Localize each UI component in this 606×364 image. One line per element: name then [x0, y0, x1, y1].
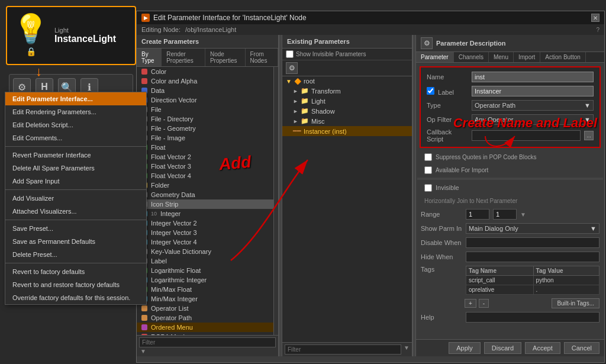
- tag-name-1: script_call: [466, 276, 534, 285]
- tree-item-light[interactable]: ► 📁 Light: [282, 96, 412, 106]
- callback-browse-button[interactable]: ...: [584, 131, 594, 140]
- tab-import[interactable]: Import: [514, 52, 540, 62]
- param-item-file[interactable]: File: [137, 105, 273, 114]
- create-params-header: Create Parameters: [137, 35, 278, 49]
- param-item-color-alpha[interactable]: Color and Alpha: [137, 76, 273, 86]
- menu-item-add-viz[interactable]: Add Visualizer: [5, 192, 146, 205]
- menu-item-delete-spare[interactable]: Delete All Spare Parameters: [5, 162, 146, 175]
- menu-item-save-permanent[interactable]: Save as Permanent Defaults: [5, 235, 146, 248]
- tab-from-nodes[interactable]: From Nodes: [246, 49, 279, 66]
- tab-channels[interactable]: Channels: [454, 52, 489, 62]
- tag-value-1: python: [533, 276, 599, 285]
- param-item-minmax-float[interactable]: Min/Max Float: [137, 285, 273, 294]
- tags-add-button[interactable]: +: [465, 299, 476, 308]
- menu-item-revert-factory[interactable]: Revert to factory defaults: [5, 265, 146, 278]
- tags-remove-button[interactable]: -: [479, 299, 489, 308]
- param-item-int-vec3[interactable]: Integer Vector 3: [137, 228, 273, 237]
- tab-action-button[interactable]: Action Button: [540, 52, 585, 62]
- name-input[interactable]: [472, 72, 594, 82]
- menu-item-edit-comments[interactable]: Edit Comments...: [5, 131, 146, 144]
- label-input[interactable]: [472, 86, 594, 96]
- existing-gear-button[interactable]: ⚙: [286, 62, 298, 74]
- param-item-kv-dict[interactable]: Key-Value Dictionary: [137, 247, 273, 256]
- param-item-color[interactable]: Color: [137, 67, 273, 76]
- existing-filter-input[interactable]: [285, 344, 401, 355]
- menu-item-edit-render[interactable]: Edit Rendering Parameters...: [5, 105, 146, 118]
- help-icon[interactable]: ?: [596, 27, 599, 33]
- menu-item-revert[interactable]: Revert Parameter Interface: [5, 149, 146, 162]
- accept-button[interactable]: Accept: [525, 342, 560, 354]
- disable-when-input[interactable]: [466, 237, 599, 248]
- tree-item-misc[interactable]: ► 📁 Misc: [282, 116, 412, 126]
- desc-header: ⚙ Parameter Description: [416, 35, 604, 52]
- param-item-ordered-menu[interactable]: Ordered Menu: [137, 323, 273, 332]
- param-item-float-vec3[interactable]: Float Vector 3: [137, 162, 273, 171]
- param-item-integer[interactable]: 10Integer: [137, 209, 273, 218]
- param-item-float-vec2[interactable]: Float Vector 2: [137, 152, 273, 162]
- built-in-tags-button[interactable]: Built-in Tags...: [552, 298, 599, 308]
- existing-filter-dropdown[interactable]: ▼: [404, 344, 410, 355]
- invisible-checkbox[interactable]: [424, 184, 432, 192]
- param-item-file-image[interactable]: File - Image: [137, 133, 273, 143]
- type-field-row: Type Operator Path ▼: [423, 98, 597, 112]
- menu-item-add-spare[interactable]: Add Spare Input: [5, 175, 146, 188]
- type-dropdown-icon: ▼: [584, 102, 591, 109]
- type-select[interactable]: Operator Path ▼: [472, 100, 594, 111]
- param-item-direction-vector[interactable]: Direction Vector: [137, 95, 273, 105]
- tab-menu[interactable]: Menu: [489, 52, 514, 62]
- tree-item-shadow[interactable]: ► 📁 Shadow: [282, 106, 412, 116]
- apply-button[interactable]: Apply: [449, 342, 481, 354]
- range-row: Range ▼: [417, 207, 603, 221]
- range-dropdown[interactable]: ▼: [520, 211, 526, 218]
- suppress-quotes-checkbox[interactable]: [424, 153, 432, 161]
- param-item-icon-strip[interactable]: Icon Strip: [137, 199, 273, 209]
- show-parm-select[interactable]: Main Dialog Only ▼: [466, 223, 599, 234]
- tree-item-transform[interactable]: ► 📁 Transform: [282, 86, 412, 96]
- label-checkbox[interactable]: [427, 87, 434, 95]
- section-divider-1: [417, 178, 603, 180]
- available-import-checkbox[interactable]: [424, 166, 432, 174]
- menu-item-attached-viz[interactable]: Attached Visualizers...: [5, 205, 146, 218]
- tab-node-props[interactable]: Node Properties: [205, 49, 246, 66]
- menu-item-delete-preset[interactable]: Delete Preset...: [5, 248, 146, 261]
- show-invisible-checkbox[interactable]: [286, 50, 294, 58]
- param-item-log-float[interactable]: Logarithmic Float: [137, 266, 273, 275]
- desc-gear-button[interactable]: ⚙: [421, 37, 433, 49]
- editing-node-value: /obj/InstanceLight: [185, 26, 236, 33]
- param-item-log-int[interactable]: Logarithmic Integer: [137, 275, 273, 285]
- param-item-file-dir[interactable]: File - Directory: [137, 114, 273, 124]
- tab-render-props[interactable]: Render Properties: [162, 49, 205, 66]
- menu-item-override-factory[interactable]: Override factory defaults for this sessi…: [5, 291, 146, 304]
- help-input[interactable]: [466, 312, 599, 323]
- param-item-label[interactable]: Label: [137, 256, 273, 266]
- param-item-op-list[interactable]: Operator List: [137, 304, 273, 313]
- param-item-geo-data[interactable]: Geometry Data: [137, 190, 273, 199]
- param-item-folder[interactable]: Folder: [137, 181, 273, 190]
- tab-by-type[interactable]: By Type: [137, 49, 162, 66]
- create-filter-input[interactable]: [139, 337, 276, 347]
- param-item-int-vec2[interactable]: Integer Vector 2: [137, 218, 273, 228]
- tree-item-root[interactable]: ▼ 🔶 root: [282, 76, 412, 86]
- param-item-float-vec4[interactable]: Float Vector 4: [137, 171, 273, 181]
- cancel-button[interactable]: Cancel: [564, 342, 599, 354]
- hide-when-input[interactable]: [466, 252, 599, 262]
- param-item-float[interactable]: Float: [137, 143, 273, 152]
- tab-parameter[interactable]: Parameter: [416, 52, 454, 62]
- param-item-data[interactable]: Data: [137, 86, 273, 95]
- menu-item-revert-restore[interactable]: Revert to and restore factory defaults: [5, 278, 146, 291]
- param-item-int-vec4[interactable]: Integer Vector 4: [137, 237, 273, 247]
- close-button[interactable]: ✕: [591, 14, 599, 22]
- discard-button[interactable]: Discard: [484, 342, 521, 354]
- filter-dropdown-icon[interactable]: ▼: [139, 348, 146, 355]
- menu-item-edit-deletion[interactable]: Edit Deletion Script...: [5, 118, 146, 131]
- menu-item-edit-param[interactable]: Edit Parameter Interface...: [5, 92, 146, 105]
- menu-item-save-preset[interactable]: Save Preset...: [5, 222, 146, 235]
- create-list-scrollbar[interactable]: [273, 67, 278, 335]
- param-item-op-path[interactable]: Operator Path: [137, 313, 273, 323]
- param-item-file-geo[interactable]: File - Geometry: [137, 124, 273, 133]
- param-item-minmax-int[interactable]: Min/Max Integer: [137, 294, 273, 304]
- tree-item-instancer[interactable]: ━━ Instancer (inst): [282, 126, 412, 136]
- callback-input[interactable]: [472, 130, 581, 141]
- range-min-input[interactable]: [466, 209, 489, 220]
- range-max-input[interactable]: [493, 209, 517, 220]
